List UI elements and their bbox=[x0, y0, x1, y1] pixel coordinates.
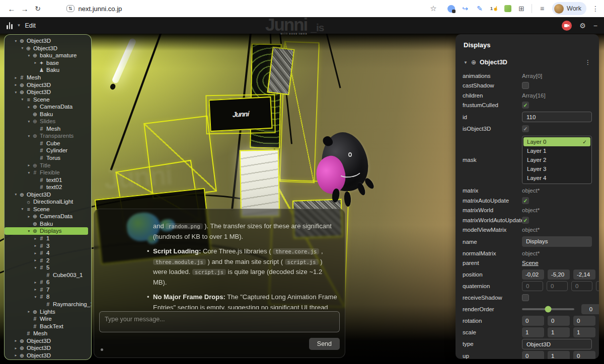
tree-item-backtext[interactable]: #BackText bbox=[5, 322, 91, 330]
tree-item-base[interactable]: ▸✦base bbox=[5, 59, 91, 67]
minimize-icon[interactable]: − bbox=[593, 22, 597, 30]
record-button[interactable] bbox=[562, 21, 572, 31]
tree-item-object3d[interactable]: ▾⊕Object3D bbox=[5, 37, 91, 45]
tree-caret-icon[interactable]: ▸ bbox=[13, 338, 19, 343]
type-input[interactable]: Object3D bbox=[522, 339, 592, 349]
tree-caret-icon[interactable]: ▸ bbox=[33, 236, 38, 241]
mask-option-layer-1[interactable]: Layer 1 bbox=[523, 146, 590, 155]
tree-caret-icon[interactable]: ▸ bbox=[33, 280, 38, 285]
mask-option-layer-0[interactable]: Layer 0✓ bbox=[523, 137, 590, 146]
tree-caret-icon[interactable]: ▸ bbox=[33, 258, 38, 262]
up-y-input[interactable]: 1 bbox=[548, 351, 570, 359]
tree-item-object3d[interactable]: ▸⊕Object3D bbox=[5, 81, 91, 88]
tree-item-cylinder[interactable]: #Cylinder bbox=[5, 147, 91, 154]
tree-item-cube[interactable]: #Cube bbox=[5, 140, 91, 147]
tree-item-directionallight[interactable]: ☼DirectionalLight bbox=[5, 198, 91, 206]
matrixWorldAutoUpdate-checkbox[interactable]: ✓ bbox=[522, 217, 529, 224]
toolbar-caret-icon[interactable]: ▼ bbox=[17, 23, 21, 28]
tree-item-scene[interactable]: ▾≡Scene bbox=[5, 206, 91, 213]
forward-icon[interactable]: → bbox=[18, 5, 31, 13]
tree-item-scene[interactable]: ▾≡Scene bbox=[5, 96, 91, 103]
parent-link[interactable]: Scene bbox=[522, 260, 539, 266]
browser-menu-icon[interactable]: ⋮ bbox=[592, 5, 599, 13]
tree-item-4[interactable]: ▸#4 bbox=[5, 249, 91, 257]
rotation-x-input[interactable]: 0 bbox=[522, 316, 544, 326]
extension-pen-icon[interactable]: ✎ bbox=[475, 5, 484, 13]
levels-icon[interactable] bbox=[7, 22, 13, 29]
tree-item-object3d[interactable]: ▸⊕Object3D bbox=[5, 344, 91, 352]
tree-item-text02[interactable]: #text02 bbox=[5, 184, 91, 191]
tree-caret-icon[interactable]: ▸ bbox=[13, 82, 19, 87]
reload-icon[interactable]: ↻ bbox=[31, 5, 44, 13]
tree-item-torus[interactable]: #Torus bbox=[5, 154, 91, 162]
address-bar[interactable]: ⇅ next.junni.co.jp bbox=[66, 5, 122, 13]
gear-icon[interactable]: ⚙ bbox=[579, 22, 586, 30]
tree-item-mesh[interactable]: #Mesh bbox=[5, 330, 91, 337]
matrixAutoUpdate-checkbox[interactable]: ✓ bbox=[522, 197, 529, 204]
tree-item-title[interactable]: ▸⊕Title bbox=[5, 161, 91, 169]
tree-item-raymarching-1[interactable]: #Raymarching_1 bbox=[5, 301, 91, 308]
slider-thumb[interactable] bbox=[545, 306, 552, 312]
position-z-input[interactable]: -2,14 bbox=[573, 269, 595, 280]
tree-caret-icon[interactable]: ▾ bbox=[13, 90, 19, 95]
extensions-puzzle-icon[interactable]: ⊞ bbox=[517, 5, 526, 13]
extension-green-icon[interactable] bbox=[504, 5, 511, 12]
tree-item-baku[interactable]: ♟Baku bbox=[5, 66, 91, 74]
extension-hand-icon[interactable]: 1☝ bbox=[490, 6, 499, 11]
tree-caret-icon[interactable]: ▾ bbox=[20, 97, 25, 102]
tree-item-flexible[interactable]: ▾#Flexible bbox=[5, 169, 91, 176]
tree-item-scene[interactable]: ▾⊕Scene bbox=[5, 359, 91, 360]
tree-item-baku[interactable]: ⊕Baku bbox=[5, 110, 91, 118]
url-text[interactable]: next.junni.co.jp bbox=[79, 5, 122, 13]
position-x-input[interactable]: -0,02 bbox=[522, 269, 544, 280]
castShadow-checkbox[interactable] bbox=[522, 82, 529, 89]
tree-caret-icon[interactable]: ▾ bbox=[13, 192, 19, 197]
mask-option-layer-3[interactable]: Layer 3 bbox=[523, 164, 590, 173]
tree-caret-icon[interactable]: ▸ bbox=[33, 60, 38, 65]
tree-item-mesh[interactable]: ▸#Mesh bbox=[5, 74, 91, 81]
tree-item-8[interactable]: ▾#8 bbox=[5, 293, 91, 301]
tree-item-object3d[interactable]: ▸⊕Object3D bbox=[5, 337, 91, 344]
tree-caret-icon[interactable]: ▸ bbox=[13, 353, 19, 357]
back-icon[interactable]: ← bbox=[5, 5, 18, 13]
tree-caret-icon[interactable]: ▾ bbox=[13, 39, 19, 43]
scale-z-input[interactable]: 1 bbox=[573, 327, 595, 337]
tree-caret-icon[interactable]: ▸ bbox=[33, 243, 38, 248]
tree-caret-icon[interactable]: ▾ bbox=[26, 53, 32, 58]
tree-item-6[interactable]: ▸#6 bbox=[5, 279, 91, 286]
tree-caret-icon[interactable]: ▾ bbox=[33, 265, 38, 270]
side-panel-icon[interactable]: ≡ bbox=[538, 5, 547, 13]
rotation-z-input[interactable]: 0 bbox=[573, 316, 595, 326]
rotation-y-input[interactable]: 0 bbox=[548, 316, 570, 326]
tree-item-2[interactable]: ▸#2 bbox=[5, 256, 91, 264]
tree-item-3[interactable]: ▸#3 bbox=[5, 242, 91, 249]
chat-message-input[interactable] bbox=[99, 311, 340, 332]
mask-option-layer-2[interactable]: Layer 2 bbox=[523, 155, 590, 164]
tree-item-transparents[interactable]: ▾⊕Transparents bbox=[5, 132, 91, 140]
tree-item-lights[interactable]: ▸⊕Lights bbox=[5, 308, 91, 315]
tree-caret-icon[interactable]: ▾ bbox=[26, 170, 32, 175]
tree-item-7[interactable]: ▸#7 bbox=[5, 286, 91, 294]
tree-caret-icon[interactable]: ▸ bbox=[26, 214, 32, 219]
extension-arrow-icon[interactable]: ↪ bbox=[461, 5, 470, 13]
receiveShadow-checkbox[interactable] bbox=[522, 294, 529, 301]
id-input[interactable]: 110 bbox=[522, 112, 592, 122]
tree-item-text01[interactable]: #text01 bbox=[5, 176, 91, 184]
tree-item-5[interactable]: ▾#5 bbox=[5, 264, 91, 271]
tree-caret-icon[interactable]: ▾ bbox=[33, 295, 38, 299]
position-y-input[interactable]: -5,20 bbox=[548, 269, 570, 280]
tree-caret-icon[interactable]: ▸ bbox=[13, 346, 19, 350]
tree-caret-icon[interactable]: ▸ bbox=[26, 309, 32, 314]
tree-item-cameradata[interactable]: ▸⊕CameraData bbox=[5, 213, 91, 220]
tree-caret-icon[interactable]: ▾ bbox=[26, 134, 32, 138]
extension-lock-icon[interactable] bbox=[447, 5, 455, 13]
tree-caret-icon[interactable]: ▾ bbox=[20, 46, 25, 50]
tree-caret-icon[interactable]: ▸ bbox=[26, 163, 32, 167]
site-info-icon[interactable]: ⇅ bbox=[66, 5, 74, 12]
tree-item-object3d[interactable]: ▾⊕Object3D bbox=[5, 45, 91, 52]
scale-y-input[interactable]: 1 bbox=[548, 327, 570, 337]
tree-item-object3d[interactable]: ▸⊕Object3D bbox=[5, 352, 91, 359]
inspector-section-header[interactable]: ▼ ⊕ Object3D ⋮ bbox=[463, 55, 592, 71]
tree-caret-icon[interactable]: ▸ bbox=[26, 105, 32, 109]
tree-caret-icon[interactable]: ▸ bbox=[33, 287, 38, 292]
